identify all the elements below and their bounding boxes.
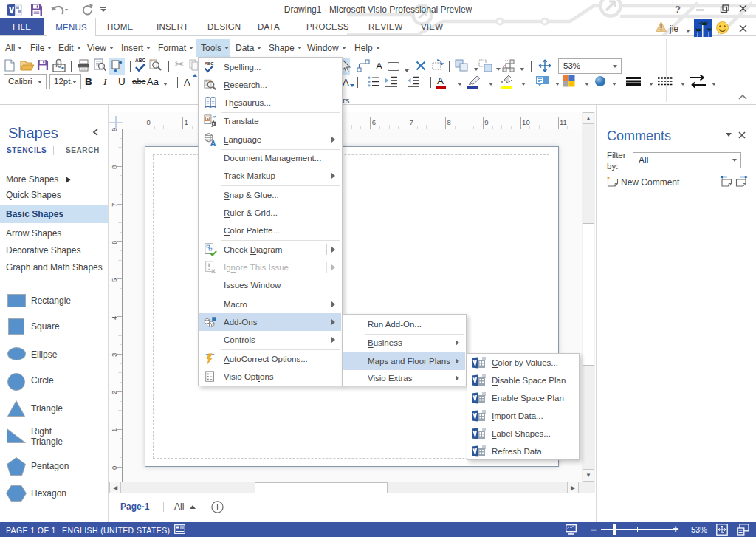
svg-text:A: A: [210, 139, 216, 146]
svg-text:ABC: ABC: [205, 61, 214, 66]
